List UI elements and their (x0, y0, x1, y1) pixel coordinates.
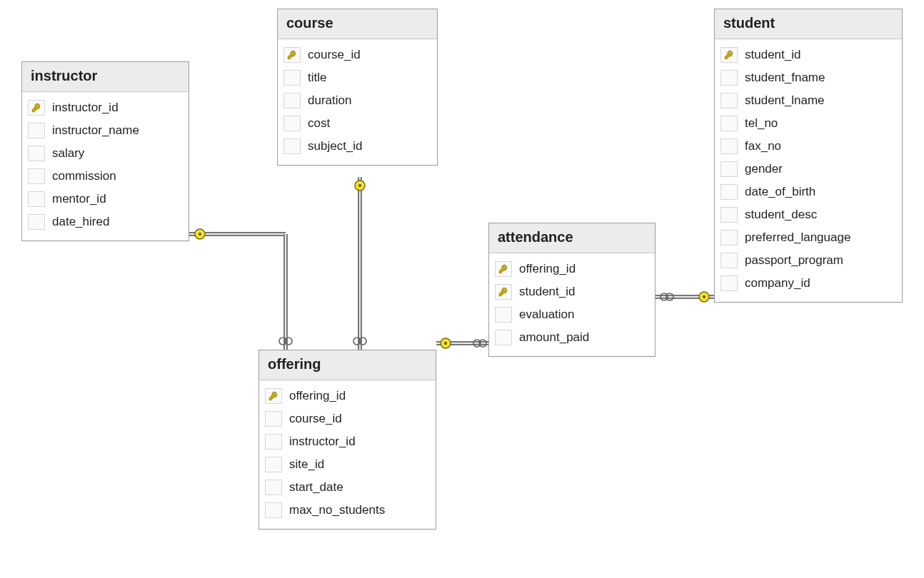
column-name: commission (52, 169, 116, 183)
key-icon (724, 50, 734, 60)
column-row[interactable]: course_id (283, 44, 431, 66)
svg-point-11 (358, 184, 361, 187)
column-name: student_fname (745, 71, 825, 85)
blank-cell (495, 330, 512, 345)
svg-point-6 (279, 338, 286, 345)
column-row[interactable]: amount_paid (495, 326, 649, 349)
blank-cell (28, 146, 45, 161)
column-row[interactable]: tel_no (720, 112, 896, 135)
column-row[interactable]: offering_id (265, 385, 430, 407)
entity-body: offering_id course_id instructor_id site… (259, 380, 436, 529)
column-row[interactable]: course_id (265, 407, 430, 430)
blank-cell (720, 70, 738, 86)
column-row[interactable]: title (283, 66, 431, 89)
column-row[interactable]: passport_program (720, 249, 896, 272)
column-row[interactable]: site_id (265, 453, 430, 476)
entity-offering[interactable]: offering offering_id course_id instructo… (258, 350, 436, 529)
svg-point-5 (199, 233, 201, 235)
column-row[interactable]: cost (283, 112, 431, 135)
column-row[interactable]: max_no_students (265, 499, 430, 522)
column-name: preferred_language (745, 230, 850, 245)
column-row[interactable]: salary (28, 142, 183, 165)
blank-cell (720, 253, 738, 268)
column-name: course_id (289, 412, 342, 426)
blank-cell (495, 307, 512, 323)
column-name: fax_no (745, 139, 781, 153)
column-row[interactable]: student_lname (720, 89, 896, 112)
blank-cell (265, 502, 282, 518)
entity-body: student_id student_fname student_lname t… (715, 39, 902, 302)
column-name: instructor_id (52, 101, 119, 115)
blank-cell (720, 138, 738, 154)
column-name: max_no_students (289, 503, 385, 517)
svg-point-7 (285, 338, 292, 345)
key-icon (498, 287, 508, 297)
entity-body: course_id title duration cost subject_id (278, 39, 437, 165)
column-name: passport_program (745, 253, 843, 268)
svg-point-22 (661, 293, 668, 300)
column-row[interactable]: student_fname (720, 66, 896, 89)
column-row[interactable]: evaluation (495, 303, 649, 326)
column-row[interactable]: preferred_language (720, 226, 896, 249)
column-row[interactable]: student_id (495, 280, 649, 303)
erd-canvas: instructor instructor_id instructor_name… (0, 0, 924, 578)
column-name: company_id (745, 276, 810, 290)
column-row[interactable]: start_date (265, 476, 430, 499)
key-icon (498, 264, 508, 274)
column-row[interactable]: mentor_id (28, 188, 183, 211)
blank-cell (283, 138, 301, 154)
blank-cell (720, 161, 738, 177)
entity-course[interactable]: course course_id title duration cost sub… (277, 9, 438, 166)
entity-title: instructor (22, 62, 189, 92)
column-name: date_of_birth (745, 185, 815, 199)
svg-point-24 (699, 292, 709, 302)
svg-point-19 (479, 340, 486, 347)
column-row[interactable]: subject_id (283, 135, 431, 158)
column-name: student_lname (745, 93, 825, 108)
svg-point-25 (703, 295, 705, 298)
rel-instructor-offering (189, 229, 292, 350)
entity-instructor[interactable]: instructor instructor_id instructor_name… (21, 61, 189, 241)
column-row[interactable]: student_desc (720, 203, 896, 226)
svg-point-16 (441, 338, 451, 348)
column-name: cost (308, 116, 330, 131)
blank-cell (28, 191, 45, 207)
blank-cell (28, 168, 45, 184)
column-row[interactable]: date_hired (28, 211, 183, 233)
entity-title: student (715, 9, 902, 39)
blank-cell (720, 116, 738, 131)
column-name: salary (52, 146, 84, 161)
svg-point-23 (666, 293, 673, 300)
column-row[interactable]: offering_id (495, 258, 649, 280)
column-row[interactable]: company_id (720, 272, 896, 295)
blank-cell (720, 275, 738, 291)
column-row[interactable]: gender (720, 158, 896, 181)
column-name: instructor_id (289, 435, 356, 449)
column-name: tel_no (745, 116, 778, 131)
column-name: course_id (308, 48, 361, 62)
blank-cell (28, 214, 45, 230)
rel-attendance-student (656, 292, 714, 302)
column-row[interactable]: student_id (720, 44, 896, 66)
column-row[interactable]: fax_no (720, 135, 896, 158)
pk-cell (495, 261, 512, 277)
column-row[interactable]: instructor_id (265, 430, 430, 453)
column-name: student_id (745, 48, 800, 62)
column-row[interactable]: commission (28, 165, 183, 188)
rel-offering-attendance (436, 338, 488, 348)
blank-cell (265, 457, 282, 472)
blank-cell (283, 116, 301, 131)
blank-cell (283, 93, 301, 108)
column-row[interactable]: instructor_id (28, 96, 183, 119)
column-row[interactable]: date_of_birth (720, 181, 896, 203)
entity-attendance[interactable]: attendance offering_id student_id evalua… (488, 223, 656, 357)
column-name: mentor_id (52, 192, 106, 206)
entity-student[interactable]: student student_id student_fname student… (714, 9, 903, 303)
column-row[interactable]: instructor_name (28, 119, 183, 142)
pk-cell (28, 100, 45, 116)
svg-point-12 (353, 338, 361, 345)
column-name: subject_id (308, 139, 363, 153)
svg-point-10 (355, 181, 365, 191)
entity-title: attendance (489, 223, 655, 253)
column-row[interactable]: duration (283, 89, 431, 112)
